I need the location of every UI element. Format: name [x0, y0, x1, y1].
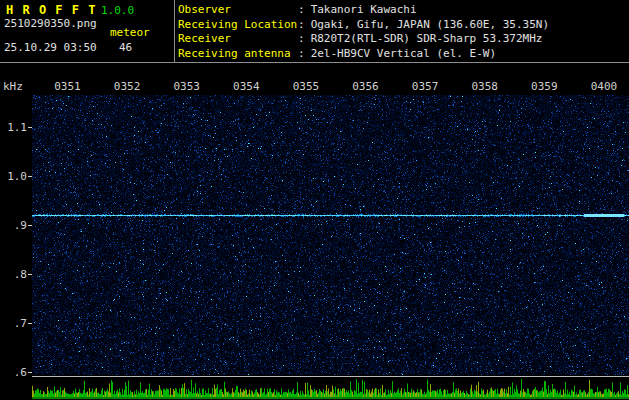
time-tick-label: 0351: [54, 80, 81, 93]
freq-tick-label: .6: [0, 366, 27, 379]
time-tick-label: 0352: [114, 80, 141, 93]
frequency-axis: 1.11.0.9.8.7.6: [0, 0, 32, 400]
spectrogram-canvas: [32, 95, 629, 400]
info-row-antenna: Receiving antenna:2el-HB9CV Vertical (el…: [178, 47, 549, 62]
info-label: Observer: [178, 3, 298, 18]
time-tick-label: 0354: [233, 80, 260, 93]
time-tick-label: 0357: [412, 80, 439, 93]
info-row-location: Receiving Location:Ogaki, Gifu, JAPAN (1…: [178, 18, 549, 33]
info-value: 2el-HB9CV Vertical (el. E-W): [311, 47, 496, 60]
info-value: Ogaki, Gifu, JAPAN (136.60E, 35.35N): [311, 18, 549, 31]
info-colon: :: [298, 47, 305, 60]
freq-tick-label: .8: [0, 268, 27, 281]
info-row-observer: Observer:Takanori Kawachi: [178, 3, 549, 18]
header-horizontal-divider: [0, 62, 629, 63]
info-value: Takanori Kawachi: [311, 3, 417, 16]
time-tick-label: 0356: [352, 80, 379, 93]
info-colon: :: [298, 32, 305, 45]
time-axis: 0351035203530354035503560357035803590400: [0, 80, 629, 93]
header-vertical-divider: [174, 0, 175, 62]
time-tick-label: 0400: [591, 80, 618, 93]
mode-label: meteor: [110, 26, 150, 39]
info-colon: :: [298, 18, 305, 31]
meteor-count: 46: [119, 41, 132, 54]
app-version: 1.0.0: [101, 4, 134, 17]
station-info: Observer:Takanori Kawachi Receiving Loca…: [178, 3, 549, 61]
info-label: Receiving antenna: [178, 47, 298, 62]
info-value: R820T2(RTL-SDR) SDR-Sharp 53.372MHz: [311, 32, 543, 45]
freq-tick-label: 1.1: [0, 121, 27, 134]
info-row-receiver: Receiver:R820T2(RTL-SDR) SDR-Sharp 53.37…: [178, 32, 549, 47]
info-colon: :: [298, 3, 305, 16]
info-label: Receiving Location: [178, 18, 298, 33]
time-tick-label: 0358: [471, 80, 498, 93]
freq-tick-label: .7: [0, 317, 27, 330]
time-tick-label: 0355: [293, 80, 320, 93]
freq-tick-label: .9: [0, 219, 27, 232]
info-label: Receiver: [178, 32, 298, 47]
time-tick-label: 0359: [531, 80, 558, 93]
hrofft-output: H R O F F T 1.0.0 2510290350.png meteor …: [0, 0, 629, 400]
freq-tick-label: 1.0: [0, 170, 27, 183]
time-tick-label: 0353: [173, 80, 200, 93]
